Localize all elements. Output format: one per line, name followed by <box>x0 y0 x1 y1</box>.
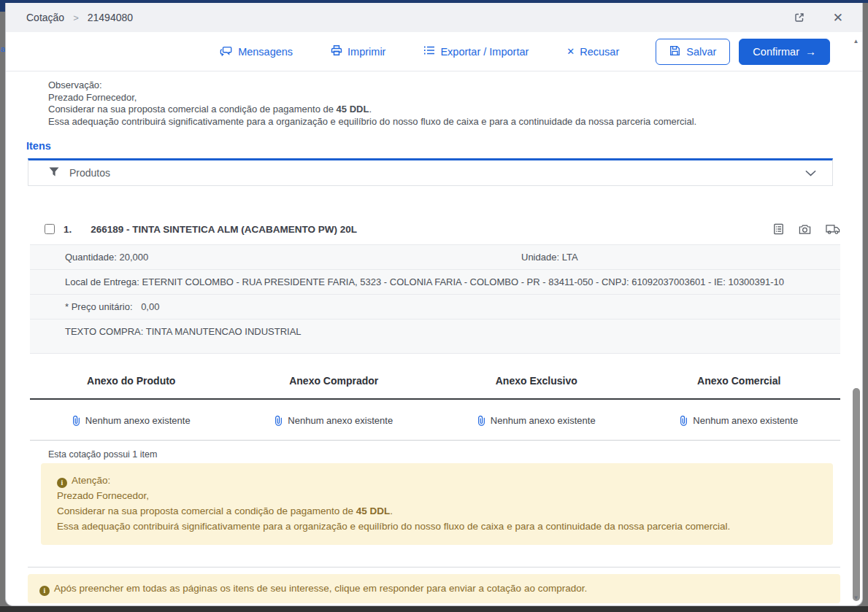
footer-divider <box>28 567 840 568</box>
texto-compra-row: TEXTO COMPRA: TINTA MANUTENCAO INDUSTRIA… <box>30 319 840 353</box>
chat-icon <box>220 45 233 58</box>
item-count-text: Esta cotação possui 1 item <box>48 449 862 460</box>
observacao-title: Observação: <box>48 80 862 92</box>
anexo-col-comprador: Anexo Comprador <box>233 364 436 398</box>
anexos-header-row: Anexo do Produto Anexo Comprador Anexo E… <box>30 364 840 400</box>
anexo-col-comercial: Anexo Comercial <box>638 364 841 398</box>
chevron-down-icon[interactable] <box>805 170 816 177</box>
anexos-table: Anexo do Produto Anexo Comprador Anexo E… <box>30 364 840 441</box>
item-photo-icon[interactable] <box>799 224 811 235</box>
item-detail-rows: Quantidade: 20,000 Unidade: LTA Local de… <box>30 244 840 354</box>
arrow-right-icon: → <box>805 45 816 58</box>
item-checkbox[interactable] <box>45 224 55 234</box>
mensagens-button[interactable]: Mensagens <box>220 45 293 58</box>
footer-note-text: Após preencher em todas as páginas os it… <box>54 583 587 594</box>
scrollbar-thumb[interactable] <box>853 388 860 601</box>
atencao-line1: Prezado Fornecedor, <box>57 488 818 503</box>
paperclip-icon <box>274 415 283 426</box>
scroll-down-arrow-icon[interactable]: ▼ <box>850 594 862 601</box>
footer-note-bar: iApós preencher em todas as páginas os i… <box>28 574 840 603</box>
x-icon: ✕ <box>566 46 575 57</box>
observacao-line3: Essa adequação contribuirá significativa… <box>48 116 862 128</box>
texto-compra-value: TEXTO COMPRA: TINTA MANUTENCAO INDUSTRIA… <box>65 326 302 337</box>
quantidade-value: Quantidade: 20,000 <box>65 252 148 263</box>
background-page-bottom <box>0 606 868 612</box>
local-entrega-value: Local de Entrega: ETERNIT COLOMBO - RUA … <box>65 276 784 287</box>
quote-content: Observação: Prezado Fornecedor, Consider… <box>6 80 862 603</box>
breadcrumb: Cotação > 21494080 ✕ <box>6 3 862 32</box>
anexo-comercial-cell: Nenhum anexo existente <box>638 400 841 440</box>
info-icon: i <box>39 586 50 596</box>
anexo-col-exclusivo: Anexo Exclusivo <box>435 364 638 398</box>
breadcrumb-cotacao-link[interactable]: Cotação <box>26 12 64 23</box>
vertical-scrollbar[interactable]: ▲ ▼ <box>850 32 862 605</box>
item-title: 266189 - TINTA SINTETICA ALM (ACABAMENTO… <box>91 224 357 235</box>
list-icon <box>423 45 435 58</box>
scroll-up-arrow-icon[interactable]: ▲ <box>850 38 862 44</box>
produtos-filter-bar[interactable]: Produtos <box>28 158 833 186</box>
cotacao-modal: Cotação > 21494080 ✕ Mensagen <box>5 3 863 606</box>
info-icon: i <box>57 478 67 488</box>
unidade-value: Unidade: LTA <box>521 252 578 263</box>
observacao-block: Observação: Prezado Fornecedor, Consider… <box>48 80 862 128</box>
imprimir-button[interactable]: Imprimir <box>331 44 385 58</box>
recusar-button[interactable]: ✕ Recusar <box>566 46 619 58</box>
atencao-line2: Considerar na sua proposta comercial a c… <box>57 503 818 519</box>
preco-unitario-label: * Preço unitário: <box>65 301 133 312</box>
exportar-importar-button[interactable]: Exportar / Importar <box>423 45 529 58</box>
item-number: 1. <box>64 224 72 235</box>
anexo-comprador-cell: Nenhum anexo existente <box>233 400 436 440</box>
quantidade-row: Quantidade: 20,000 Unidade: LTA <box>30 244 840 269</box>
save-icon <box>669 45 680 58</box>
breadcrumb-chevron: > <box>73 12 79 23</box>
produtos-label: Produtos <box>69 167 110 179</box>
observacao-line1: Prezado Fornecedor, <box>48 92 862 104</box>
paperclip-icon <box>72 415 80 426</box>
breadcrumb-quote-id: 21494080 <box>88 12 133 23</box>
salvar-button[interactable]: Salvar <box>656 39 730 65</box>
atencao-line3: Essa adequação contribuirá significativa… <box>57 519 818 534</box>
anexo-col-produto: Anexo do Produto <box>30 364 233 398</box>
anexo-produto-cell: Nenhum anexo existente <box>30 400 233 440</box>
atencao-warning-box: iAtenção: Prezado Fornecedor, Considerar… <box>41 463 833 545</box>
item-details-icon[interactable] <box>773 223 784 235</box>
confirmar-button[interactable]: Confirmar → <box>739 39 830 65</box>
paperclip-icon <box>477 415 485 426</box>
item-delivery-truck-icon[interactable] <box>826 224 840 235</box>
paperclip-icon <box>680 415 688 426</box>
item-header-row: 1. 266189 - TINTA SINTETICA ALM (ACABAME… <box>30 218 840 240</box>
anexo-exclusivo-cell: Nenhum anexo existente <box>435 400 638 440</box>
local-entrega-row: Local de Entrega: ETERNIT COLOMBO - RUA … <box>30 269 840 294</box>
tab-itens[interactable]: Itens <box>26 140 51 152</box>
atencao-title-line: iAtenção: <box>57 473 818 488</box>
observacao-line2: Considerar na sua proposta comercial a c… <box>48 104 862 116</box>
item-block: 1. 266189 - TINTA SINTETICA ALM (ACABAME… <box>30 218 840 441</box>
printer-icon <box>331 44 342 58</box>
background-page-topbar-left <box>0 0 5 12</box>
action-toolbar: Mensagens Imprimir <box>6 32 862 71</box>
close-icon[interactable]: ✕ <box>833 12 843 24</box>
anexos-body-row: Nenhum anexo existente Nenhum anexo exis… <box>30 400 840 441</box>
open-external-icon[interactable] <box>794 12 805 23</box>
filter-funnel-icon <box>49 166 59 179</box>
preco-unitario-value[interactable]: 0,00 <box>141 301 159 312</box>
preco-unitario-row: * Preço unitário: 0,00 <box>30 294 840 319</box>
